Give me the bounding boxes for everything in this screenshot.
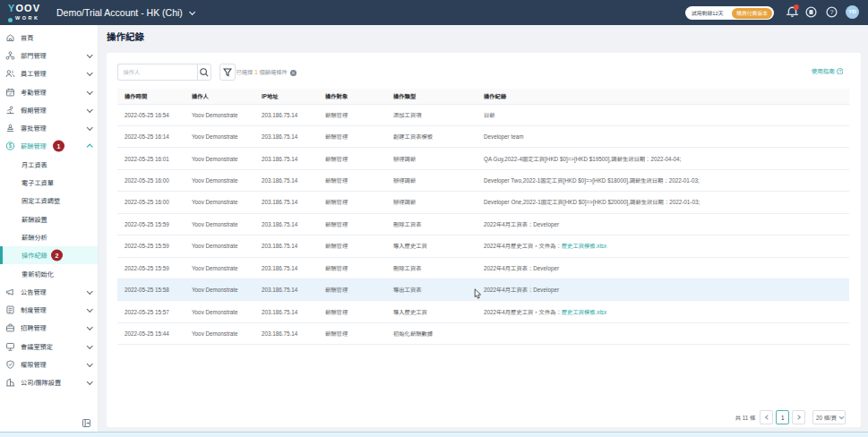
svg-text:?: ? <box>838 69 841 73</box>
svg-text:$: $ <box>9 143 13 150</box>
svg-text:?: ? <box>830 8 834 16</box>
